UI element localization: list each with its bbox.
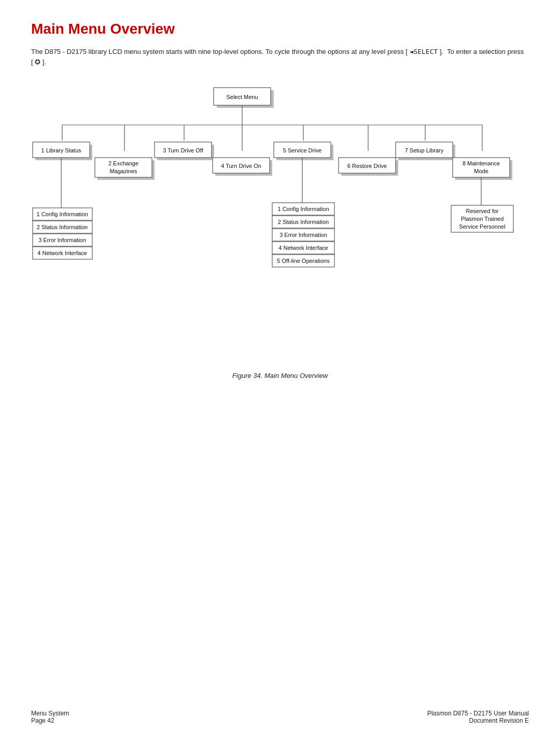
svg-text:Plasmon Trained: Plasmon Trained — [461, 216, 504, 222]
svg-text:Select Menu: Select Menu — [226, 94, 258, 100]
svg-text:4 Network Interface: 4 Network Interface — [278, 245, 328, 251]
svg-text:1 Library Status: 1 Library Status — [41, 147, 81, 153]
svg-text:7 Setup Library: 7 Setup Library — [405, 147, 444, 153]
footer-page-number: Page 42 — [31, 717, 69, 724]
svg-text:6 Restore Drive: 6 Restore Drive — [347, 163, 387, 169]
svg-text:4 Network Interface: 4 Network Interface — [37, 250, 87, 256]
svg-text:8 Maintenance: 8 Maintenance — [463, 160, 500, 166]
figure-caption: Figure 34. Main Menu Overview — [31, 372, 529, 379]
svg-text:3 Turn Drive Off: 3 Turn Drive Off — [163, 147, 203, 153]
svg-text:3 Error Information: 3 Error Information — [279, 232, 327, 238]
svg-text:3 Error Information: 3 Error Information — [38, 237, 86, 243]
svg-text:2 Status Information: 2 Status Information — [37, 224, 88, 230]
svg-text:Magazines: Magazines — [109, 168, 137, 174]
footer-revision: Document Revision E — [427, 717, 529, 724]
footer-right: Plasmon D875 - D2175 User Manual Documen… — [427, 710, 529, 724]
svg-text:Mode: Mode — [474, 168, 488, 174]
svg-text:2 Exchange: 2 Exchange — [108, 160, 138, 166]
svg-text:Reserved for: Reserved for — [466, 208, 499, 214]
footer: Menu System Page 42 Plasmon D875 - D2175… — [31, 710, 529, 724]
svg-text:Service Personnel: Service Personnel — [459, 223, 505, 230]
svg-text:1 Config Information: 1 Config Information — [277, 206, 329, 212]
footer-left: Menu System Page 42 — [31, 710, 69, 724]
footer-section-label: Menu System — [31, 710, 69, 717]
svg-text:1 Config Information: 1 Config Information — [36, 211, 88, 217]
page-title: Main Menu Overview — [31, 21, 529, 37]
footer-manual-title: Plasmon D875 - D2175 User Manual — [427, 710, 529, 717]
svg-text:5 Off-line Operations: 5 Off-line Operations — [277, 258, 330, 264]
intro-paragraph: The D875 - D2175 library LCD menu system… — [31, 47, 529, 67]
svg-text:4 Turn Drive On: 4 Turn Drive On — [221, 163, 261, 169]
svg-text:5 Service Drive: 5 Service Drive — [283, 147, 322, 153]
svg-text:2 Status Information: 2 Status Information — [278, 219, 329, 225]
diagram-area: Select Menu 1 Library Status 2 Exchange … — [31, 83, 529, 363]
